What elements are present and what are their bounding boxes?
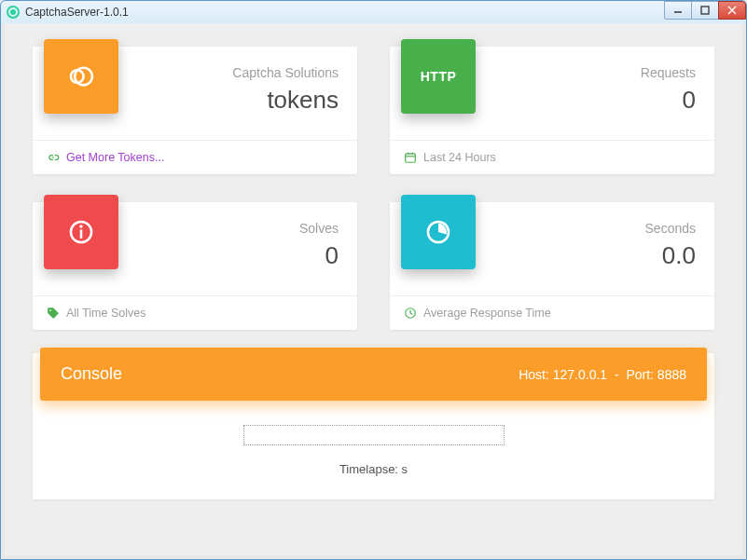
requests-footer: Last 24 Hours (423, 151, 496, 164)
console-header: Console Host: 127.0.0.1 - Port: 8888 (40, 348, 707, 401)
card-seconds: Seconds 0.0 Average Response Time (390, 202, 714, 330)
maximize-icon (700, 6, 710, 15)
clock-small-icon (403, 306, 418, 321)
get-more-tokens-link[interactable]: Get More Tokens... (66, 151, 164, 164)
timelapse-row: Timelapse: s (51, 462, 696, 476)
seconds-badge (401, 195, 476, 269)
seconds-label: Seconds (476, 221, 696, 236)
solves-label: Solves (118, 221, 339, 236)
timelapse-label: Timelapse: (339, 462, 398, 476)
console-title: Console (61, 364, 122, 384)
console-body: Timelapse: s (33, 406, 714, 499)
link-icon (46, 150, 61, 165)
content-inner: Captcha Solutions tokens Get More Tokens… (5, 23, 742, 555)
solves-footer: All Time Solves (66, 307, 145, 320)
calendar-icon (403, 150, 418, 165)
seconds-footer: Average Response Time (423, 307, 551, 320)
console-panel: Console Host: 127.0.0.1 - Port: 8888 Tim… (33, 353, 714, 499)
cards-grid: Captcha Solutions tokens Get More Tokens… (33, 47, 714, 330)
timelapse-value: s (402, 462, 408, 476)
card-requests: HTTP Requests 0 Last 24 Hours (390, 47, 714, 174)
info-icon (65, 216, 97, 248)
close-button[interactable] (718, 1, 746, 20)
circle-overlap-icon (65, 61, 97, 92)
tag-icon (46, 306, 61, 321)
tokens-label: Captcha Solutions (118, 65, 339, 80)
svg-rect-6 (406, 154, 416, 162)
console-output[interactable] (243, 425, 505, 445)
svg-rect-1 (701, 7, 709, 14)
tokens-value: tokens (118, 86, 339, 115)
minimize-button[interactable] (664, 1, 692, 20)
titlebar[interactable]: CaptchaServer-1.0.1 (1, 1, 746, 23)
solves-badge (44, 195, 118, 269)
clock-icon (422, 216, 454, 248)
window-controls (665, 1, 746, 20)
window-title: CaptchaServer-1.0.1 (25, 6, 129, 19)
console-hostport: Host: 127.0.0.1 - Port: 8888 (519, 367, 686, 382)
card-tokens: Captcha Solutions tokens Get More Tokens… (33, 47, 357, 174)
svg-point-11 (79, 225, 82, 227)
solves-value: 0 (118, 241, 339, 270)
minimize-icon (673, 6, 683, 15)
tokens-badge (44, 39, 118, 114)
card-solves: Solves 0 All Time Solves (33, 202, 357, 330)
requests-badge: HTTP (401, 39, 476, 114)
maximize-button[interactable] (691, 1, 719, 20)
seconds-value: 0.0 (476, 241, 696, 270)
content-scroll[interactable]: Captcha Solutions tokens Get More Tokens… (5, 23, 742, 555)
http-icon: HTTP (421, 69, 457, 84)
svg-rect-12 (80, 229, 83, 238)
app-window: CaptchaServer-1.0.1 (0, 0, 747, 560)
app-icon (7, 6, 20, 19)
requests-value: 0 (476, 86, 696, 115)
requests-label: Requests (476, 65, 696, 80)
close-icon (727, 6, 737, 15)
